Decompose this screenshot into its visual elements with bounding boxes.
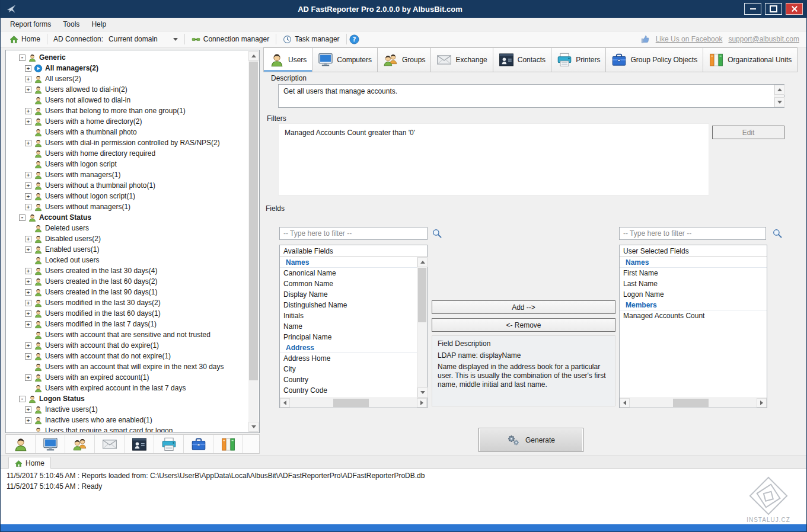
- available-field-item[interactable]: Display Name: [280, 289, 417, 300]
- expand-expander-icon[interactable]: +: [25, 417, 31, 424]
- category-ou[interactable]: [213, 435, 243, 453]
- selected-field-item[interactable]: First Name: [620, 268, 767, 278]
- available-field-group-header[interactable]: Address: [280, 342, 417, 353]
- available-field-item[interactable]: Principal Name: [280, 332, 417, 342]
- tree-item[interactable]: +Users with managers(1): [7, 169, 248, 180]
- tab-exchange[interactable]: Exchange: [431, 47, 493, 72]
- available-fields-scrollbar[interactable]: [417, 257, 427, 398]
- scroll-up-button[interactable]: [774, 85, 784, 95]
- available-field-item[interactable]: Address Home: [280, 353, 417, 364]
- filters-box[interactable]: Managed Accounts Count greater than '0': [278, 123, 709, 196]
- scroll-left-button[interactable]: [280, 398, 290, 408]
- expand-expander-icon[interactable]: +: [25, 193, 31, 200]
- tree-scrollbar[interactable]: [248, 51, 259, 432]
- available-field-item[interactable]: Country Code: [280, 385, 417, 396]
- tab-home[interactable]: Home: [8, 457, 51, 469]
- scrollbar-thumb[interactable]: [418, 268, 426, 322]
- tab-computers[interactable]: Computers: [312, 47, 378, 72]
- search-icon[interactable]: [772, 228, 783, 239]
- task-manager-button[interactable]: Task manager: [279, 33, 343, 46]
- tree-item[interactable]: +Disabled users(2): [7, 233, 248, 244]
- toolbar-home-button[interactable]: Home: [5, 33, 44, 46]
- expand-expander-icon[interactable]: +: [25, 76, 31, 82]
- tree-item[interactable]: Users with an account that will expire i…: [7, 361, 248, 372]
- scroll-down-button[interactable]: [417, 387, 428, 398]
- add-field-button[interactable]: Add -->: [432, 300, 615, 314]
- tree-item[interactable]: +Users without a thumbnail photo(1): [7, 180, 248, 191]
- selected-field-group-header[interactable]: Names: [620, 257, 767, 268]
- tree-item[interactable]: +Users without logon script(1): [7, 191, 248, 201]
- expand-expander-icon[interactable]: +: [25, 182, 31, 189]
- available-field-item[interactable]: Canonical Name: [280, 268, 417, 278]
- tree-item[interactable]: +Users created in the last 90 days(1): [7, 287, 248, 297]
- close-button[interactable]: [786, 3, 803, 15]
- available-field-item[interactable]: City: [280, 364, 417, 374]
- expand-expander-icon[interactable]: +: [25, 300, 31, 306]
- tree-item[interactable]: Users with expired account in the last 7…: [7, 383, 248, 393]
- expand-expander-icon[interactable]: +: [25, 172, 31, 178]
- selected-fields-hscrollbar[interactable]: [620, 398, 767, 408]
- tab-gpo[interactable]: Group Policy Objects: [606, 47, 703, 72]
- expand-expander-icon[interactable]: +: [25, 278, 31, 285]
- help-icon[interactable]: ?: [349, 34, 359, 44]
- tree-item[interactable]: +Users modified in the last 7 days(1): [7, 319, 248, 329]
- expand-expander-icon[interactable]: +: [25, 204, 31, 210]
- tree-item[interactable]: Users with logon script: [7, 159, 248, 169]
- available-field-item[interactable]: Name: [280, 321, 417, 332]
- search-icon[interactable]: [432, 228, 442, 239]
- edit-filters-button[interactable]: Edit: [712, 126, 784, 139]
- scroll-up-button[interactable]: [248, 51, 259, 61]
- expand-expander-icon[interactable]: +: [25, 406, 31, 413]
- description-scrollbar[interactable]: [774, 85, 784, 107]
- generate-button[interactable]: Generate: [479, 428, 583, 452]
- scrollbar-thumb[interactable]: [249, 62, 258, 380]
- scroll-left-button[interactable]: [620, 398, 630, 408]
- tree-item[interactable]: +Users modified in the last 60 days(1): [7, 308, 248, 319]
- expand-expander-icon[interactable]: +: [25, 289, 31, 296]
- tree-item[interactable]: +Users without managers(1): [7, 201, 248, 212]
- tree-item[interactable]: Users with account that are sensitive an…: [7, 329, 248, 340]
- description-box[interactable]: Get all users that manage accounts.: [278, 84, 784, 108]
- tree-item[interactable]: +Users created in the last 30 days(4): [7, 265, 248, 276]
- category-gpo[interactable]: [184, 435, 213, 453]
- expand-expander-icon[interactable]: +: [25, 268, 31, 274]
- expand-expander-icon[interactable]: +: [25, 310, 31, 317]
- expand-expander-icon[interactable]: +: [25, 65, 31, 72]
- tab-ou[interactable]: Organizational Units: [703, 47, 798, 72]
- tree-item[interactable]: +All managers(2): [7, 63, 248, 73]
- scroll-right-button[interactable]: [757, 398, 767, 408]
- available-field-item[interactable]: Country: [280, 374, 417, 385]
- tree-item[interactable]: Users with a thumbnail photo: [7, 127, 248, 137]
- scroll-right-button[interactable]: [417, 398, 427, 408]
- available-fields-hscrollbar[interactable]: [280, 398, 427, 408]
- tree-item[interactable]: +Users modified in the last 30 days(2): [7, 297, 248, 308]
- available-field-group-header[interactable]: Names: [280, 257, 417, 268]
- available-fields-filter-input[interactable]: [279, 227, 428, 240]
- category-users[interactable]: [6, 435, 36, 453]
- tree-group[interactable]: -Generic: [7, 52, 248, 63]
- selected-fields-filter-input[interactable]: [619, 227, 766, 240]
- expand-expander-icon[interactable]: +: [25, 108, 31, 114]
- tab-users[interactable]: Users: [263, 47, 312, 72]
- tab-groups[interactable]: Groups: [378, 47, 431, 72]
- tree-item[interactable]: Users not allowed to dial-in: [7, 95, 248, 105]
- tree-item[interactable]: +Users that belong to more than one grou…: [7, 105, 248, 116]
- category-printers[interactable]: [154, 435, 184, 453]
- scroll-down-button[interactable]: [248, 422, 259, 432]
- tree-item[interactable]: +Users with account that do not expire(1…: [7, 351, 248, 361]
- maximize-button[interactable]: [765, 3, 782, 15]
- selected-field-item[interactable]: Last Name: [620, 278, 767, 289]
- tree-group[interactable]: -Logon Status: [7, 393, 248, 404]
- tree-item[interactable]: +Enabled users(1): [7, 244, 248, 255]
- tree-item[interactable]: Deleted users: [7, 223, 248, 233]
- expand-expander-icon[interactable]: +: [25, 321, 31, 328]
- support-email-link[interactable]: support@albusbit.com: [728, 35, 799, 43]
- category-exchange[interactable]: [95, 435, 125, 453]
- expand-expander-icon[interactable]: +: [25, 246, 31, 253]
- available-field-item[interactable]: Initials: [280, 310, 417, 321]
- available-field-item[interactable]: Common Name: [280, 278, 417, 289]
- connection-manager-button[interactable]: Connection manager: [187, 33, 273, 46]
- tree-item[interactable]: +Inactive users(1): [7, 404, 248, 415]
- tree-item[interactable]: +Inactive users who are enabled(1): [7, 415, 248, 425]
- category-contacts[interactable]: [125, 435, 154, 453]
